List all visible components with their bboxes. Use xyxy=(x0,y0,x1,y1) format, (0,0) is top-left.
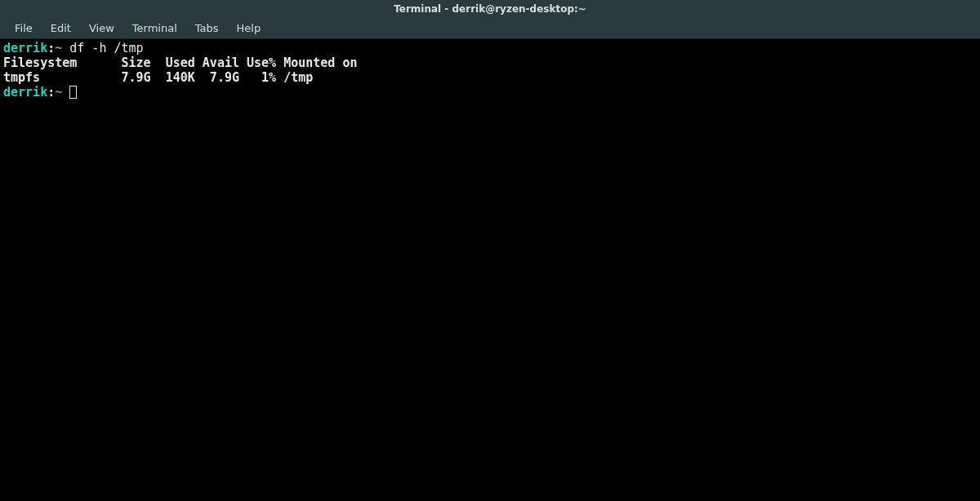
df-row: tmpfs 7.9G 140K 7.9G 1% /tmp xyxy=(3,70,313,85)
prompt-separator: : xyxy=(47,41,55,55)
prompt-path: ~ xyxy=(55,41,62,55)
window-titlebar: Terminal - derrik@ryzen-desktop:~ xyxy=(0,0,980,18)
menu-terminal[interactable]: Terminal xyxy=(124,20,185,37)
menu-view[interactable]: View xyxy=(81,20,122,37)
menu-file[interactable]: File xyxy=(7,20,41,37)
prompt-separator-2: : xyxy=(47,85,55,100)
prompt-path-2: ~ xyxy=(55,85,62,100)
cursor xyxy=(69,86,77,99)
prompt-user-2: derrik xyxy=(3,85,47,100)
command-text: df -h /tmp xyxy=(69,41,143,55)
df-header: Filesystem Size Used Avail Use% Mounted … xyxy=(3,55,357,70)
menu-tabs[interactable]: Tabs xyxy=(187,20,227,37)
prompt-user: derrik xyxy=(3,41,47,55)
menubar: File Edit View Terminal Tabs Help xyxy=(0,18,980,39)
terminal-body[interactable]: derrik:~ df -h /tmp Filesystem Size Used… xyxy=(0,39,980,501)
menu-help[interactable]: Help xyxy=(229,20,270,37)
menu-edit[interactable]: Edit xyxy=(42,20,79,37)
window-title: Terminal - derrik@ryzen-desktop:~ xyxy=(394,3,586,15)
